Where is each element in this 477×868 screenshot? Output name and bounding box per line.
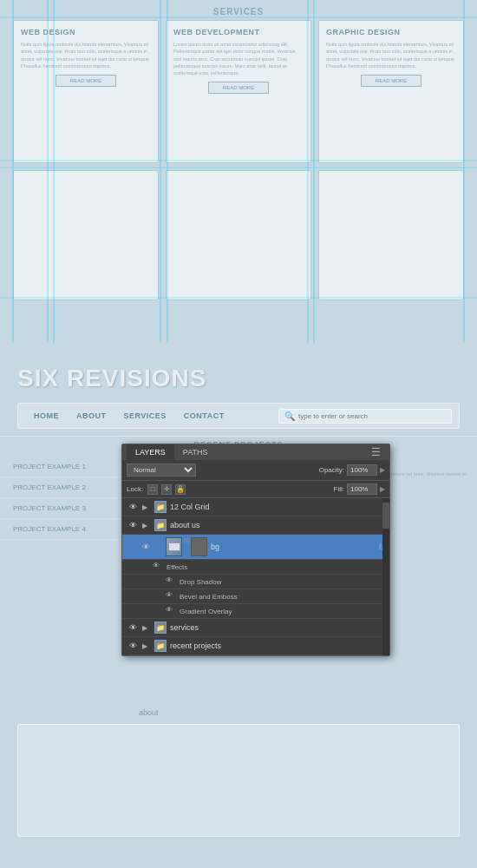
ps-thumb-monitor — [168, 542, 180, 551]
wireframe-card-graphic-design: GRAPHIC DESIGN Nulla quis ligula molesti… — [318, 20, 464, 163]
ps-lock-label: Lock: — [127, 485, 143, 493]
site-header: SIX REVISIONS HOME ABOUT SERVICES CONTAC… — [0, 343, 477, 429]
ps-layer-name-services: services — [170, 623, 385, 632]
services-label: SERVICES — [0, 0, 477, 20]
ps-eye-effects[interactable]: 👁 — [153, 562, 163, 572]
ps-eye-bevel-emboss[interactable]: 👁 — [166, 591, 176, 602]
ps-layer-name-recent-projects: recent projects — [170, 641, 385, 650]
wireframe-box-2 — [166, 170, 311, 300]
website-mockup-section: SIX REVISIONS HOME ABOUT SERVICES CONTAC… — [0, 343, 477, 868]
wireframe-section: SERVICES WEB DESIGN Nulla quis ligula mo… — [0, 0, 477, 343]
nav-contact[interactable]: CONTACT — [175, 404, 233, 428]
ps-panel-tabs: LAYERS PATHS ☰ — [122, 444, 389, 460]
ps-eye-bg[interactable]: 👁 — [140, 541, 152, 553]
ps-eye-about-us[interactable]: 👁 — [127, 519, 139, 531]
ps-opacity-input[interactable] — [347, 464, 377, 476]
search-icon: 🔍 — [284, 411, 295, 421]
ps-eye-12-col[interactable]: 👁 — [127, 501, 139, 513]
ps-arrow-recent-projects[interactable]: ▶ — [142, 642, 151, 650]
nav-services[interactable]: SERVICES — [115, 404, 175, 428]
ps-effects-header: 👁 Effects — [122, 560, 389, 575]
ps-layer-recent-projects[interactable]: 👁 ▶ 📁 recent projects — [122, 637, 389, 655]
ps-arrow-services[interactable]: ▶ — [142, 624, 151, 632]
ps-lock-fill-row: Lock: □ ✛ 🔒 Fill: ▶ — [122, 481, 389, 498]
wireframe-card-web-dev: WEB DEVELOPMENT Lorem ipsum dolor sit am… — [166, 20, 311, 163]
nav-bar: HOME ABOUT SERVICES CONTACT 🔍 — [17, 403, 460, 429]
ps-effect-drop-shadow: 👁 Drop Shadow — [122, 575, 389, 589]
ps-folder-recent-projects: 📁 — [154, 640, 167, 652]
ps-layer-bg[interactable]: 👁 ⛓ bg fx — [122, 535, 389, 560]
card-title-web-design: WEB DESIGN — [21, 28, 151, 36]
ps-opacity-label: Opacity: — [319, 466, 344, 474]
ps-blend-mode-select[interactable]: Normal — [127, 464, 196, 477]
ps-arrow-12-col[interactable]: ▶ — [142, 503, 151, 511]
ps-folder-about-us: 📁 — [154, 519, 167, 531]
ps-scroll-thumb[interactable] — [382, 503, 389, 529]
ps-eye-gradient-overlay[interactable]: 👁 — [166, 606, 176, 616]
sidebar-item-project-4[interactable]: PROJECT EXAMPLE 4 — [0, 519, 126, 540]
ps-tab-layers[interactable]: LAYERS — [127, 444, 174, 460]
ps-bevel-emboss-label: Bevel and Emboss — [180, 593, 238, 601]
wireframe-card-web-design: WEB DESIGN Nulla quis ligula molestie du… — [13, 20, 159, 163]
ps-folder-12-col: 📁 — [154, 501, 167, 513]
ps-tab-paths[interactable]: PATHS — [174, 444, 217, 460]
ps-eye-recent-projects[interactable]: 👁 — [127, 640, 139, 652]
ps-layer-name-bg: bg — [211, 542, 373, 551]
card-text-graphic-design: Nulla quis ligula molestie dui blandit e… — [326, 41, 456, 69]
bottom-spacer — [0, 844, 477, 868]
ps-lock-move-icon[interactable]: ✛ — [161, 484, 172, 495]
about-text-area: about — [0, 704, 477, 717]
ps-lock-all-icon[interactable]: 🔒 — [175, 484, 186, 495]
card-title-web-dev: WEB DEVELOPMENT — [173, 28, 304, 36]
sidebar-item-project-1[interactable]: PROJECT EXAMPLE 1 — [0, 457, 126, 477]
wireframe-box-3 — [318, 170, 464, 300]
read-more-btn-1[interactable]: READ MORE — [56, 75, 116, 87]
ps-effect-bevel-emboss: 👁 Bevel and Emboss — [122, 589, 389, 604]
ps-layer-name-12-col: 12 Col Grid — [170, 503, 385, 511]
ps-thumb-mask — [191, 537, 207, 556]
ps-thumb-preview — [166, 537, 182, 556]
ps-opacity-control: Opacity: ▶ — [319, 464, 385, 476]
card-text-web-dev: Lorem ipsum dolor sit amet consectetur a… — [173, 41, 304, 76]
ps-layers-list: 👁 ▶ 📁 12 Col Grid 👁 ▶ 📁 about us 👁 — [122, 498, 389, 655]
ps-chain-icon: ⛓ — [183, 537, 190, 556]
sidebar: PROJECT EXAMPLE 1 PROJECT EXAMPLE 2 PROJ… — [0, 452, 126, 704]
ps-layer-services[interactable]: 👁 ▶ 📁 services — [122, 619, 389, 637]
read-more-btn-3[interactable]: READ MORE — [361, 75, 421, 87]
card-title-graphic-design: GRAPHIC DESIGN — [326, 28, 456, 36]
ps-fill-control: Fill: ▶ — [334, 483, 385, 495]
ps-effect-gradient-overlay: 👁 Gradient Overlay — [122, 604, 389, 619]
wireframe-row2 — [0, 163, 477, 300]
ps-layer-about-us[interactable]: 👁 ▶ 📁 about us — [122, 516, 389, 535]
ps-effects-label: Effects — [167, 563, 187, 571]
nav-search-box: 🔍 — [278, 409, 452, 424]
sidebar-item-project-2[interactable]: PROJECT EXAMPLE 2 — [0, 477, 126, 498]
card-text-web-design: Nulla quis ligula molestie dui blandit e… — [21, 41, 151, 69]
ps-layer-name-about-us: about us — [170, 521, 385, 529]
nav-about[interactable]: ABOUT — [68, 404, 115, 428]
read-more-btn-2[interactable]: READ MORE — [208, 82, 269, 94]
nav-home[interactable]: HOME — [25, 404, 68, 428]
ps-lock-pixels-icon[interactable]: □ — [147, 484, 158, 495]
search-input[interactable] — [298, 412, 446, 420]
ps-eye-services[interactable]: 👁 — [127, 621, 139, 634]
ps-arrow-about-us[interactable]: ▶ — [142, 522, 151, 529]
ps-eye-drop-shadow[interactable]: 👁 — [166, 576, 176, 587]
ps-lock-icons: □ ✛ 🔒 — [147, 484, 186, 495]
ps-panel-menu-icon[interactable]: ☰ — [367, 444, 385, 460]
ps-folder-services: 📁 — [154, 621, 167, 634]
ps-gradient-overlay-label: Gradient Overlay — [180, 608, 232, 615]
ps-opacity-arrow[interactable]: ▶ — [380, 466, 385, 474]
ps-layer-thumbnail-bg: ⛓ — [166, 537, 207, 556]
ps-layer-12-col-grid[interactable]: 👁 ▶ 📁 12 Col Grid — [122, 498, 389, 516]
site-logo: SIX REVISIONS — [17, 365, 460, 392]
bottom-card — [17, 724, 460, 837]
wireframe-cards-row: WEB DESIGN Nulla quis ligula molestie du… — [0, 20, 477, 163]
sidebar-item-project-3[interactable]: PROJECT EXAMPLE 3 — [0, 498, 126, 519]
ps-drop-shadow-label: Drop Shadow — [180, 578, 221, 586]
photoshop-layers-panel: LAYERS PATHS ☰ Normal Opacity: ▶ Lock: — [121, 444, 390, 656]
ps-fill-input[interactable] — [347, 483, 377, 495]
ps-fill-arrow[interactable]: ▶ — [380, 485, 385, 493]
ps-scrollbar[interactable] — [382, 498, 389, 655]
main-content: PROJECT EXAMPLE 1 PROJECT EXAMPLE 2 PROJ… — [0, 452, 477, 704]
